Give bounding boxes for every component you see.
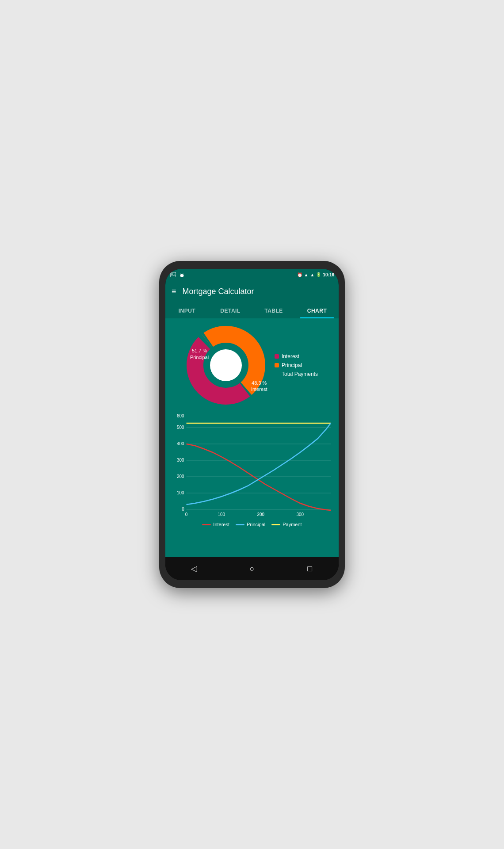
legend-principal: Principal (275, 362, 318, 368)
line-chart: 0 100 200 300 400 500 600 0 100 200 300 (169, 412, 335, 518)
legend-total-dot (275, 372, 279, 376)
chart-content: 51.7 % Principal 48.3 % Interest Interes… (165, 318, 339, 557)
phone-device: ⏰ ▲ ▲ 🔋 10:16 ≡ Mortgage Calculator INPU… (159, 261, 345, 588)
svg-text:600: 600 (177, 413, 184, 418)
legend-interest-line: Interest (202, 522, 229, 527)
donut-chart: 51.7 % Principal 48.3 % Interest (186, 325, 266, 405)
wifi-icon: ▲ (304, 272, 309, 277)
line-chart-svg: 0 100 200 300 400 500 600 0 100 200 300 (169, 412, 335, 518)
svg-rect-11 (169, 412, 335, 518)
svg-point-3 (180, 274, 181, 275)
status-left-icons (170, 272, 185, 277)
donut-interest-label: 48.3 % Interest (251, 380, 267, 393)
svg-text:0: 0 (182, 507, 184, 512)
alarm-icon: ⏰ (297, 272, 302, 277)
app-title: Mortgage Calculator (183, 287, 254, 296)
app-bar: ≡ Mortgage Calculator (165, 280, 339, 302)
hamburger-menu-button[interactable]: ≡ (172, 287, 176, 296)
tab-bar: INPUT DETAIL TABLE CHART (165, 302, 339, 318)
interest-line-sample (202, 524, 211, 525)
home-button[interactable]: ○ (243, 560, 261, 577)
time-display: 10:16 (323, 272, 334, 277)
phone-screen: ⏰ ▲ ▲ 🔋 10:16 ≡ Mortgage Calculator INPU… (165, 269, 339, 580)
legend-total-payments: Total Payments (275, 371, 318, 377)
legend-principal-line: Principal (236, 522, 265, 527)
tab-detail[interactable]: DETAIL (209, 302, 252, 318)
chart-legend: Interest Principal Total Payments (275, 353, 318, 377)
svg-text:200: 200 (177, 474, 184, 479)
tab-input[interactable]: INPUT (165, 302, 209, 318)
svg-text:400: 400 (177, 441, 184, 446)
svg-text:0: 0 (185, 512, 188, 517)
svg-text:100: 100 (177, 490, 184, 495)
battery-icon: 🔋 (316, 272, 321, 277)
donut-principal-label: 51.7 % Principal (190, 348, 209, 360)
svg-line-6 (183, 273, 184, 274)
donut-chart-section: 51.7 % Principal 48.3 % Interest Interes… (165, 318, 339, 409)
tab-table[interactable]: TABLE (252, 302, 295, 318)
nav-bar: ◁ ○ □ (165, 557, 339, 580)
svg-point-4 (182, 274, 183, 275)
android-icon (179, 272, 185, 277)
status-bar: ⏰ ▲ ▲ 🔋 10:16 (165, 269, 339, 280)
svg-rect-0 (170, 272, 176, 277)
image-icon (170, 272, 176, 277)
line-chart-section: 0 100 200 300 400 500 600 0 100 200 300 (165, 409, 339, 557)
legend-principal-dot (275, 363, 279, 367)
legend-interest: Interest (275, 353, 318, 359)
svg-text:500: 500 (177, 425, 184, 430)
payment-line-sample (271, 524, 280, 525)
back-button[interactable]: ◁ (185, 560, 203, 577)
legend-payment-line: Payment (271, 522, 302, 527)
svg-line-5 (180, 273, 181, 274)
svg-text:100: 100 (218, 512, 225, 517)
svg-text:300: 300 (297, 512, 304, 517)
tab-chart[interactable]: CHART (295, 302, 339, 318)
signal-icon: ▲ (310, 272, 315, 277)
line-chart-legend: Interest Principal Payment (169, 522, 335, 527)
svg-text:200: 200 (257, 512, 265, 517)
legend-interest-dot (275, 354, 279, 359)
donut-center-hole (210, 349, 242, 381)
status-right-icons: ⏰ ▲ ▲ 🔋 10:16 (297, 272, 334, 277)
principal-line-sample (236, 524, 244, 525)
recent-apps-button[interactable]: □ (301, 560, 319, 577)
svg-text:300: 300 (177, 458, 184, 463)
svg-point-2 (180, 274, 183, 277)
